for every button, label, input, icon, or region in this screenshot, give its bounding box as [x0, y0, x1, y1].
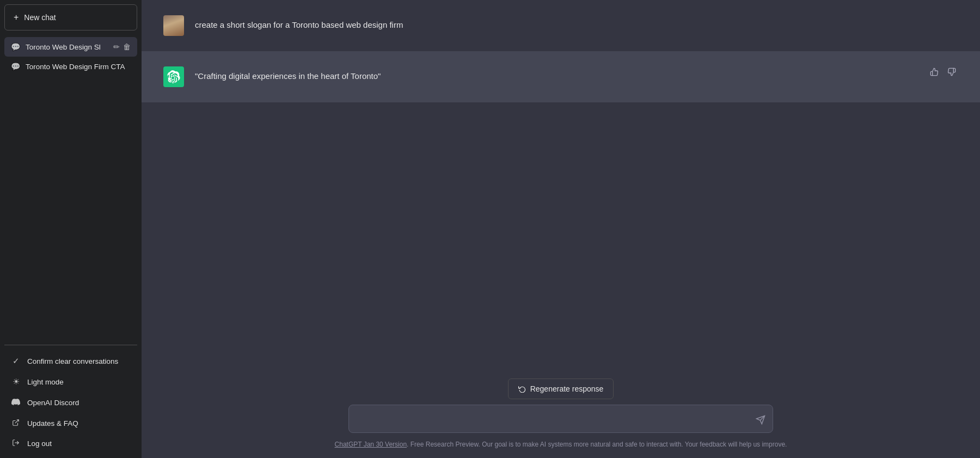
message-actions — [928, 66, 958, 80]
sun-icon: ☀ — [11, 377, 21, 387]
delete-icon[interactable]: 🗑 — [123, 42, 131, 51]
bottom-area: Regenerate response ChatGPT Jan 30 Versi… — [142, 370, 980, 459]
sidebar: + New chat 💬 Toronto Web Design Sl ✏ 🗑 💬… — [0, 0, 142, 458]
updates-faq-button[interactable]: Updates & FAQ — [4, 413, 137, 433]
discord-label: OpenAI Discord — [27, 399, 79, 407]
log-out-button[interactable]: Log out — [4, 433, 137, 454]
svg-line-0 — [15, 420, 19, 423]
footer-text: ChatGPT Jan 30 Version. Free Research Pr… — [335, 441, 787, 453]
input-row — [348, 405, 773, 436]
user-avatar — [163, 15, 184, 36]
discord-button[interactable]: OpenAI Discord — [4, 392, 137, 413]
send-icon — [756, 415, 765, 425]
user-message-text: create a short slogan for a Toronto base… — [195, 15, 403, 32]
chat-icon-1: 💬 — [11, 42, 20, 51]
light-mode-label: Light mode — [27, 378, 64, 386]
chat-list: 💬 Toronto Web Design Sl ✏ 🗑 💬 Toronto We… — [0, 35, 142, 341]
send-button[interactable] — [755, 414, 767, 429]
plus-icon: + — [14, 13, 19, 22]
regenerate-icon — [518, 385, 526, 393]
footer-description: . Free Research Preview. Our goal is to … — [407, 441, 787, 448]
regenerate-button[interactable]: Regenerate response — [508, 378, 614, 399]
light-mode-button[interactable]: ☀ Light mode — [4, 371, 137, 392]
discord-icon — [11, 398, 21, 408]
chat-input[interactable] — [348, 405, 773, 433]
new-chat-label: New chat — [24, 13, 56, 22]
footer-link[interactable]: ChatGPT Jan 30 Version — [335, 441, 407, 448]
logout-icon — [11, 439, 21, 448]
sidebar-bottom: ✓ Confirm clear conversations ☀ Light mo… — [0, 349, 142, 458]
thumbs-down-button[interactable] — [945, 66, 958, 80]
main-content: create a short slogan for a Toronto base… — [142, 0, 980, 458]
messages-area: create a short slogan for a Toronto base… — [142, 0, 980, 370]
regenerate-label: Regenerate response — [530, 384, 604, 393]
assistant-avatar — [163, 66, 184, 87]
check-icon: ✓ — [11, 356, 21, 366]
chat-icon-2: 💬 — [11, 62, 20, 71]
confirm-clear-button[interactable]: ✓ Confirm clear conversations — [4, 351, 137, 371]
updates-faq-label: Updates & FAQ — [27, 419, 78, 428]
assistant-message: "Crafting digital experiences in the hea… — [142, 51, 980, 102]
assistant-message-text: "Crafting digital experiences in the hea… — [195, 66, 958, 83]
chat-actions-1: ✏ 🗑 — [113, 42, 131, 51]
chat-item-2[interactable]: 💬 Toronto Web Design Firm CTA — [4, 57, 137, 76]
new-chat-button[interactable]: + New chat — [4, 4, 137, 30]
external-link-icon — [11, 419, 21, 428]
edit-icon[interactable]: ✏ — [113, 42, 120, 51]
chat-label-1: Toronto Web Design Sl — [26, 43, 108, 51]
sidebar-divider — [4, 345, 137, 345]
chat-item-1[interactable]: 💬 Toronto Web Design Sl ✏ 🗑 — [4, 37, 137, 57]
confirm-clear-label: Confirm clear conversations — [27, 357, 118, 365]
chat-label-2: Toronto Web Design Firm CTA — [26, 63, 131, 71]
log-out-label: Log out — [27, 439, 52, 448]
user-message: create a short slogan for a Toronto base… — [142, 0, 980, 51]
thumbs-up-button[interactable] — [928, 66, 941, 80]
